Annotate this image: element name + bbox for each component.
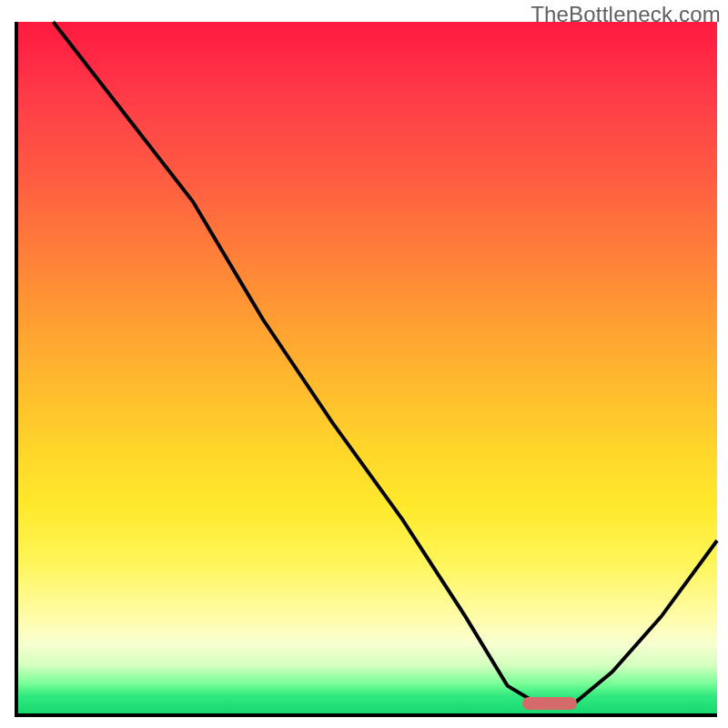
chart-frame: TheBottleneck.com <box>0 0 728 728</box>
watermark-text: TheBottleneck.com <box>531 2 721 27</box>
curve-path <box>53 22 717 706</box>
bottleneck-curve <box>18 22 717 713</box>
optimal-marker-icon <box>522 697 577 710</box>
plot-area <box>15 22 717 717</box>
